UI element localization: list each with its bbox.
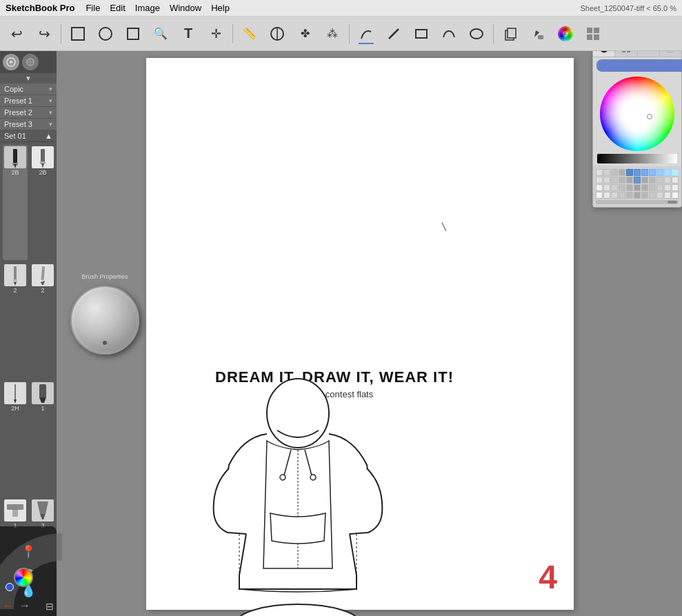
- menu-window[interactable]: Window: [170, 3, 201, 13]
- menu-image[interactable]: Image: [135, 3, 160, 13]
- svg-rect-24: [13, 149, 17, 164]
- swatch-cell[interactable]: [596, 192, 603, 199]
- swatch-cell[interactable]: [672, 192, 679, 199]
- swatch-cell[interactable]: [603, 169, 610, 176]
- swatch-cell[interactable]: [641, 192, 648, 199]
- svg-point-48: [310, 475, 316, 480]
- panel-icon-1[interactable]: [3, 54, 19, 70]
- undo-button[interactable]: ↩: [4, 21, 29, 46]
- swatch-cell-blue-5[interactable]: [656, 169, 663, 176]
- swatch-cell-blue-7[interactable]: [672, 169, 679, 176]
- redo-button[interactable]: ↪: [32, 21, 57, 46]
- swatch-cell[interactable]: [611, 177, 618, 183]
- copy-button[interactable]: [498, 21, 523, 46]
- swatch-cell-blue-3[interactable]: [641, 169, 648, 176]
- select-rect-button[interactable]: [66, 21, 90, 46]
- swatch-cell[interactable]: [626, 177, 633, 183]
- rect-shape-button[interactable]: [409, 21, 434, 46]
- preset-1-dropdown[interactable]: Preset 1 ▾: [0, 95, 57, 107]
- panel-collapse-arrow[interactable]: ▼: [0, 73, 57, 83]
- swatch-cell[interactable]: [596, 184, 603, 191]
- swatch-cell[interactable]: [664, 177, 671, 183]
- brush-item-2-tilt[interactable]: 2: [30, 263, 55, 378]
- brightness-slider[interactable]: [597, 154, 677, 163]
- color-search-input[interactable]: [596, 59, 682, 72]
- swatch-cell[interactable]: [611, 184, 618, 191]
- mirror-button[interactable]: ⁂: [320, 21, 345, 46]
- swatch-cell-blue-4[interactable]: [649, 169, 656, 176]
- ellipse-button[interactable]: [464, 21, 489, 46]
- swatch-cell-blue-6[interactable]: [664, 169, 671, 176]
- preset-3-dropdown[interactable]: Preset 3 ▾: [0, 119, 57, 130]
- bezier-button[interactable]: [437, 21, 461, 46]
- crop-button[interactable]: [121, 21, 146, 46]
- brush-item-2-pencil[interactable]: 2: [3, 263, 28, 378]
- menu-file[interactable]: File: [86, 3, 100, 13]
- swatch-cell-blue-mid[interactable]: [634, 177, 641, 183]
- swatch-cell[interactable]: [656, 177, 663, 183]
- swatch-cell[interactable]: [664, 184, 671, 191]
- swatch-cell[interactable]: [634, 192, 641, 199]
- swatch-cell[interactable]: [619, 169, 625, 176]
- fill-button[interactable]: [525, 21, 550, 46]
- nav-back[interactable]: ←: [3, 599, 14, 612]
- menu-edit[interactable]: Edit: [110, 3, 125, 13]
- zoom-button[interactable]: 🔍: [148, 21, 173, 46]
- swatch-cell[interactable]: [619, 177, 625, 183]
- swatch-cell[interactable]: [649, 192, 656, 199]
- swatch-cell[interactable]: [596, 169, 603, 176]
- swatch-cell[interactable]: [672, 184, 679, 191]
- swatch-cell-blue-2[interactable]: [634, 169, 641, 176]
- swatch-cell[interactable]: [656, 192, 663, 199]
- lasso-button[interactable]: [93, 21, 118, 46]
- swatch-cell[interactable]: [656, 184, 663, 191]
- knob-dial[interactable]: [70, 286, 139, 355]
- divider-3: [349, 24, 350, 43]
- color-wheel-mini[interactable]: [14, 568, 33, 587]
- pencil-curve-button[interactable]: [354, 21, 379, 46]
- swatch-cell[interactable]: [664, 192, 671, 199]
- color-wheel-display[interactable]: [593, 74, 681, 154]
- swatch-cell[interactable]: [619, 192, 625, 199]
- swatch-cell[interactable]: [641, 177, 648, 183]
- swatch-cell[interactable]: [619, 184, 625, 191]
- swatch-cell[interactable]: [649, 177, 656, 183]
- swatch-cell[interactable]: [634, 184, 641, 191]
- brush-item-2b-light[interactable]: 2B: [30, 145, 55, 260]
- swatch-cell[interactable]: [626, 184, 633, 191]
- nav-forward[interactable]: →: [19, 599, 30, 612]
- preset-2-dropdown[interactable]: Preset 2 ▾: [0, 107, 57, 119]
- layer-icon[interactable]: ⊟: [46, 601, 54, 612]
- menu-help[interactable]: Help: [211, 3, 230, 13]
- color-grid-scrollbar[interactable]: [596, 200, 679, 204]
- swatch-cell[interactable]: [649, 184, 656, 191]
- swatch-cell[interactable]: [611, 192, 618, 199]
- line-button[interactable]: [381, 21, 406, 46]
- panel-icon-2[interactable]: [22, 54, 39, 70]
- brush-item-1-wide[interactable]: 1: [30, 381, 55, 496]
- move-button[interactable]: ✛: [203, 21, 228, 46]
- swatch-cell[interactable]: [672, 177, 679, 183]
- swatch-cell-blue-1[interactable]: [626, 169, 633, 176]
- brush-item-2b-dark[interactable]: 2B: [3, 145, 28, 260]
- swatch-cell[interactable]: [611, 169, 618, 176]
- swatch-cell[interactable]: [641, 184, 648, 191]
- stitch-button[interactable]: ✤: [292, 21, 317, 46]
- copic-dropdown[interactable]: Copic ▾: [0, 83, 57, 95]
- swatch-cell[interactable]: [603, 177, 610, 183]
- swatch-cell[interactable]: [603, 184, 610, 191]
- brush-knob[interactable]: Brush Properties: [70, 286, 146, 361]
- symmetry-button[interactable]: [265, 21, 290, 46]
- text-button[interactable]: T: [176, 21, 201, 46]
- swatch-cell[interactable]: [596, 177, 603, 183]
- set-01-header[interactable]: Set 01 ▲: [0, 130, 57, 142]
- grid-view-button[interactable]: [581, 21, 605, 46]
- svg-rect-39: [7, 504, 23, 510]
- swatch-cell[interactable]: [603, 192, 610, 199]
- swatch-cell[interactable]: [626, 192, 633, 199]
- brush-item-2h[interactable]: 2H: [3, 381, 28, 496]
- tool-pin[interactable]: 📍: [21, 544, 36, 559]
- color-wheel-button[interactable]: [553, 21, 578, 46]
- foreground-color[interactable]: [6, 583, 14, 591]
- ruler-button[interactable]: 📏: [237, 21, 262, 46]
